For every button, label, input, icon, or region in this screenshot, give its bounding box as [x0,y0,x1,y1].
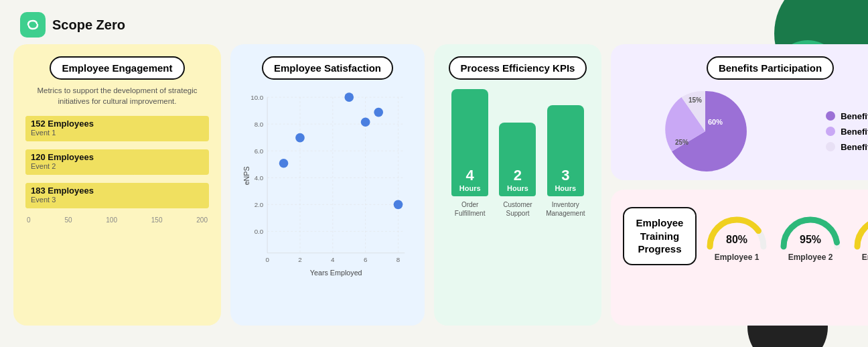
kpi-unit-3: Hours [555,184,576,192]
dashboard: Employee Engagement Metrics to support t… [0,44,868,332]
pie-chart: 60% 25% 15% [662,88,749,175]
scatter-svg: 10.0 8.0 6.0 4.0 2.0 0.0 0 2 4 6 8 eNPS … [242,85,413,286]
legend-item-b: Benefit B [826,127,868,137]
training-title-box: Employee Training Progress [623,207,697,265]
bar-sublabel-1: Event 1 [31,129,94,137]
axis-150: 150 [151,216,163,224]
svg-text:15%: 15% [689,96,702,104]
svg-text:eNPS: eNPS [242,166,250,185]
bar-item-1: 152 Employees Event 1 [25,116,209,141]
pie-svg: 60% 25% 15% [662,88,749,175]
legend-dot-b [826,127,835,136]
kpi-bar-wrap-3: 3 Hours Inventory Management [545,105,585,218]
satisfaction-title: Employee Satisfaction [262,56,393,80]
gauge-employee-1: 80% Employee 1 [703,210,770,262]
bar-track-2: 120 Employees Event 2 [25,149,209,175]
legend-dot-c [826,142,835,151]
legend-label-a: Benefit A [841,111,868,121]
kpi-bar-wrap-1: 4 Hours Order Fulfillment [450,89,490,218]
axis-50: 50 [64,216,72,224]
bar-track-3: 183 Employees Event 3 [25,183,209,208]
kpi-value-2: 2 [514,167,522,184]
right-column: Benefits Participation 6 [611,44,868,326]
svg-text:80%: 80% [726,234,747,245]
training-content: Employee Training Progress 80% Employee … [623,207,868,265]
gauge-label-3: Employee 3 [862,253,868,262]
kpi-label-1: Order Fulfillment [450,200,490,218]
bar-fill-2: 120 Employees Event 2 [25,149,135,175]
kpi-bar-1: 4 Hours [451,89,488,196]
card-engagement: Employee Engagement Metrics to support t… [13,44,221,326]
bar-value-2: 120 Employees [31,152,94,162]
card-training: Employee Training Progress 80% Employee … [611,190,868,326]
scatter-plot-area: 10.0 8.0 6.0 4.0 2.0 0.0 0 2 4 6 8 eNPS … [242,85,413,286]
bar-sublabel-2: Event 2 [31,162,94,170]
kpis-title: Process Efficiency KPIs [449,56,587,80]
gauge-employee-2: 95% Employee 2 [777,210,844,262]
gauge-svg-2: 95% [777,210,844,250]
gauge-label-1: Employee 1 [715,253,760,262]
svg-text:95%: 95% [800,234,821,245]
legend-dot-a [826,111,835,121]
svg-text:2.0: 2.0 [255,201,264,208]
svg-text:25%: 25% [675,139,689,146]
header: Scope Zero [0,0,868,44]
svg-point-29 [374,108,383,117]
gauge-svg-3: 70% [851,210,868,250]
bar-fill-3: 183 Employees Event 3 [25,183,194,208]
kpi-label-2: Customer Support [498,200,538,218]
card-benefits: Benefits Participation 6 [611,44,868,180]
bar-value-3: 183 Employees [31,186,94,196]
bar-item-3: 183 Employees Event 3 [25,183,209,208]
svg-text:10.0: 10.0 [250,94,264,101]
gauge-employee-3: 70% Employee 3 [851,210,868,262]
svg-text:0: 0 [265,256,269,263]
svg-point-27 [344,92,354,102]
legend-label-c: Benefit C [841,142,868,152]
bar-item-2: 120 Employees Event 2 [25,149,209,175]
svg-text:6: 6 [364,256,367,263]
kpi-value-3: 3 [561,167,569,184]
svg-text:6.0: 6.0 [255,147,264,155]
bar-fill-1: 152 Employees Event 1 [25,116,165,141]
kpi-bar-3: 3 Hours [547,105,584,196]
svg-point-26 [295,133,305,143]
kpi-unit-2: Hours [507,184,528,192]
gauge-svg-1: 80% [703,210,770,250]
svg-text:Years Employed: Years Employed [310,269,362,277]
engagement-subtitle: Metrics to support the development of st… [25,85,209,107]
axis-0: 0 [27,216,31,224]
legend-label-b: Benefit B [841,127,868,137]
card-kpis: Process Efficiency KPIs 4 Hours Order Fu… [434,44,601,326]
gauge-label-2: Employee 2 [788,253,833,262]
benefits-title: Benefits Participation [707,56,834,80]
benefits-content: 60% 25% 15% Benefit A Benefit B [623,88,868,175]
engagement-bars: 152 Employees Event 1 120 Employees Even… [25,116,209,208]
card-satisfaction: Employee Satisfaction [230,44,425,326]
kpi-bar-2: 2 Hours [499,123,536,196]
axis-labels: 0 50 100 150 200 [25,216,209,224]
bar-value-1: 152 Employees [31,119,94,129]
bar-sublabel-3: Event 3 [31,196,94,204]
svg-text:2: 2 [298,256,301,263]
kpi-bar-wrap-2: 2 Hours Customer Support [498,123,538,218]
svg-text:4: 4 [331,256,335,263]
engagement-title: Employee Engagement [50,56,184,80]
svg-text:60%: 60% [708,118,723,126]
svg-point-28 [361,117,370,127]
kpi-label-3: Inventory Management [545,200,585,218]
bar-track-1: 152 Employees Event 1 [25,116,209,141]
app-name: Scope Zero [52,17,125,33]
kpi-value-1: 4 [466,167,474,184]
svg-text:8.0: 8.0 [255,121,264,128]
svg-text:8: 8 [396,256,400,263]
svg-point-30 [394,200,403,209]
svg-text:4.0: 4.0 [255,174,264,182]
legend-item-c: Benefit C [826,142,868,152]
engagement-title-wrap: Employee Engagement [25,56,209,80]
logo-icon [20,12,46,38]
benefits-legend: Benefit A Benefit B Benefit C [826,111,868,152]
legend-item-a: Benefit A [826,111,868,121]
kpi-unit-1: Hours [459,184,481,192]
training-title: Employee Training Progress [636,217,684,255]
